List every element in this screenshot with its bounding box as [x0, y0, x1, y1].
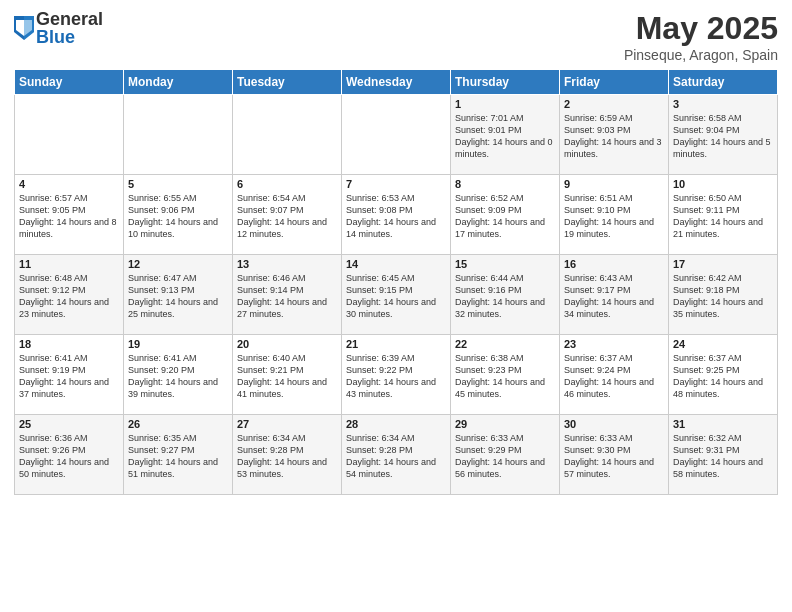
cell-sunrise: Sunrise: 6:33 AM — [455, 432, 555, 444]
cell-sunrise: Sunrise: 6:36 AM — [19, 432, 119, 444]
cell-sunrise: Sunrise: 6:33 AM — [564, 432, 664, 444]
cell-day-number: 8 — [455, 178, 555, 190]
cell-sunrise: Sunrise: 6:32 AM — [673, 432, 773, 444]
calendar-cell: 23 Sunrise: 6:37 AM Sunset: 9:24 PM Dayl… — [560, 335, 669, 415]
calendar-cell: 31 Sunrise: 6:32 AM Sunset: 9:31 PM Dayl… — [669, 415, 778, 495]
cell-daylight: Daylight: 14 hours and 37 minutes. — [19, 376, 119, 400]
cell-sunset: Sunset: 9:13 PM — [128, 284, 228, 296]
cell-daylight: Daylight: 14 hours and 27 minutes. — [237, 296, 337, 320]
cell-sunset: Sunset: 9:29 PM — [455, 444, 555, 456]
cell-day-number: 20 — [237, 338, 337, 350]
cell-day-number: 11 — [19, 258, 119, 270]
cell-sunset: Sunset: 9:16 PM — [455, 284, 555, 296]
cell-sunset: Sunset: 9:26 PM — [19, 444, 119, 456]
cell-sunset: Sunset: 9:25 PM — [673, 364, 773, 376]
cell-day-number: 6 — [237, 178, 337, 190]
calendar-cell: 11 Sunrise: 6:48 AM Sunset: 9:12 PM Dayl… — [15, 255, 124, 335]
main-title: May 2025 — [624, 10, 778, 47]
calendar-cell: 14 Sunrise: 6:45 AM Sunset: 9:15 PM Dayl… — [342, 255, 451, 335]
cell-day-number: 13 — [237, 258, 337, 270]
cell-daylight: Daylight: 14 hours and 12 minutes. — [237, 216, 337, 240]
cell-day-number: 21 — [346, 338, 446, 350]
cell-day-number: 23 — [564, 338, 664, 350]
calendar-cell: 8 Sunrise: 6:52 AM Sunset: 9:09 PM Dayli… — [451, 175, 560, 255]
cell-sunrise: Sunrise: 6:40 AM — [237, 352, 337, 364]
cell-sunset: Sunset: 9:08 PM — [346, 204, 446, 216]
calendar-header-row: Sunday Monday Tuesday Wednesday Thursday… — [15, 70, 778, 95]
page: General Blue May 2025 Pinseque, Aragon, … — [0, 0, 792, 612]
calendar-cell — [233, 95, 342, 175]
calendar-week-2: 4 Sunrise: 6:57 AM Sunset: 9:05 PM Dayli… — [15, 175, 778, 255]
cell-day-number: 26 — [128, 418, 228, 430]
calendar-cell: 13 Sunrise: 6:46 AM Sunset: 9:14 PM Dayl… — [233, 255, 342, 335]
cell-sunrise: Sunrise: 6:41 AM — [128, 352, 228, 364]
cell-daylight: Daylight: 14 hours and 5 minutes. — [673, 136, 773, 160]
logo-icon — [14, 16, 34, 40]
cell-day-number: 24 — [673, 338, 773, 350]
cell-daylight: Daylight: 14 hours and 53 minutes. — [237, 456, 337, 480]
cell-day-number: 12 — [128, 258, 228, 270]
calendar-cell: 3 Sunrise: 6:58 AM Sunset: 9:04 PM Dayli… — [669, 95, 778, 175]
calendar-cell — [124, 95, 233, 175]
calendar-week-3: 11 Sunrise: 6:48 AM Sunset: 9:12 PM Dayl… — [15, 255, 778, 335]
calendar-cell: 16 Sunrise: 6:43 AM Sunset: 9:17 PM Dayl… — [560, 255, 669, 335]
calendar-cell: 19 Sunrise: 6:41 AM Sunset: 9:20 PM Dayl… — [124, 335, 233, 415]
cell-sunset: Sunset: 9:28 PM — [346, 444, 446, 456]
cell-day-number: 14 — [346, 258, 446, 270]
cell-daylight: Daylight: 14 hours and 43 minutes. — [346, 376, 446, 400]
logo-text: General Blue — [36, 10, 103, 46]
cell-sunrise: Sunrise: 6:34 AM — [237, 432, 337, 444]
calendar-cell: 27 Sunrise: 6:34 AM Sunset: 9:28 PM Dayl… — [233, 415, 342, 495]
calendar-cell: 18 Sunrise: 6:41 AM Sunset: 9:19 PM Dayl… — [15, 335, 124, 415]
title-block: May 2025 Pinseque, Aragon, Spain — [624, 10, 778, 63]
subtitle: Pinseque, Aragon, Spain — [624, 47, 778, 63]
cell-day-number: 15 — [455, 258, 555, 270]
cell-day-number: 16 — [564, 258, 664, 270]
cell-daylight: Daylight: 14 hours and 45 minutes. — [455, 376, 555, 400]
cell-sunrise: Sunrise: 6:44 AM — [455, 272, 555, 284]
calendar-week-5: 25 Sunrise: 6:36 AM Sunset: 9:26 PM Dayl… — [15, 415, 778, 495]
calendar-cell: 1 Sunrise: 7:01 AM Sunset: 9:01 PM Dayli… — [451, 95, 560, 175]
cell-sunrise: Sunrise: 6:37 AM — [673, 352, 773, 364]
cell-sunrise: Sunrise: 6:50 AM — [673, 192, 773, 204]
cell-daylight: Daylight: 14 hours and 57 minutes. — [564, 456, 664, 480]
cell-day-number: 3 — [673, 98, 773, 110]
cell-sunset: Sunset: 9:05 PM — [19, 204, 119, 216]
cell-sunset: Sunset: 9:10 PM — [564, 204, 664, 216]
cell-day-number: 10 — [673, 178, 773, 190]
cell-daylight: Daylight: 14 hours and 35 minutes. — [673, 296, 773, 320]
cell-sunrise: Sunrise: 6:59 AM — [564, 112, 664, 124]
cell-day-number: 18 — [19, 338, 119, 350]
cell-day-number: 27 — [237, 418, 337, 430]
cell-day-number: 30 — [564, 418, 664, 430]
cell-sunset: Sunset: 9:14 PM — [237, 284, 337, 296]
cell-sunrise: Sunrise: 6:38 AM — [455, 352, 555, 364]
cell-daylight: Daylight: 14 hours and 14 minutes. — [346, 216, 446, 240]
cell-daylight: Daylight: 14 hours and 56 minutes. — [455, 456, 555, 480]
cell-sunrise: Sunrise: 6:46 AM — [237, 272, 337, 284]
header-wednesday: Wednesday — [342, 70, 451, 95]
cell-day-number: 5 — [128, 178, 228, 190]
cell-sunset: Sunset: 9:18 PM — [673, 284, 773, 296]
cell-daylight: Daylight: 14 hours and 48 minutes. — [673, 376, 773, 400]
cell-sunset: Sunset: 9:09 PM — [455, 204, 555, 216]
cell-sunrise: Sunrise: 6:47 AM — [128, 272, 228, 284]
calendar-cell: 10 Sunrise: 6:50 AM Sunset: 9:11 PM Dayl… — [669, 175, 778, 255]
cell-daylight: Daylight: 14 hours and 8 minutes. — [19, 216, 119, 240]
cell-daylight: Daylight: 14 hours and 51 minutes. — [128, 456, 228, 480]
cell-sunset: Sunset: 9:17 PM — [564, 284, 664, 296]
cell-day-number: 4 — [19, 178, 119, 190]
header: General Blue May 2025 Pinseque, Aragon, … — [14, 10, 778, 63]
calendar-cell: 30 Sunrise: 6:33 AM Sunset: 9:30 PM Dayl… — [560, 415, 669, 495]
calendar-cell: 21 Sunrise: 6:39 AM Sunset: 9:22 PM Dayl… — [342, 335, 451, 415]
cell-sunrise: Sunrise: 6:37 AM — [564, 352, 664, 364]
cell-day-number: 9 — [564, 178, 664, 190]
cell-sunrise: Sunrise: 6:43 AM — [564, 272, 664, 284]
cell-sunset: Sunset: 9:21 PM — [237, 364, 337, 376]
cell-sunset: Sunset: 9:06 PM — [128, 204, 228, 216]
cell-sunset: Sunset: 9:01 PM — [455, 124, 555, 136]
cell-day-number: 29 — [455, 418, 555, 430]
cell-sunset: Sunset: 9:07 PM — [237, 204, 337, 216]
cell-daylight: Daylight: 14 hours and 32 minutes. — [455, 296, 555, 320]
cell-day-number: 22 — [455, 338, 555, 350]
